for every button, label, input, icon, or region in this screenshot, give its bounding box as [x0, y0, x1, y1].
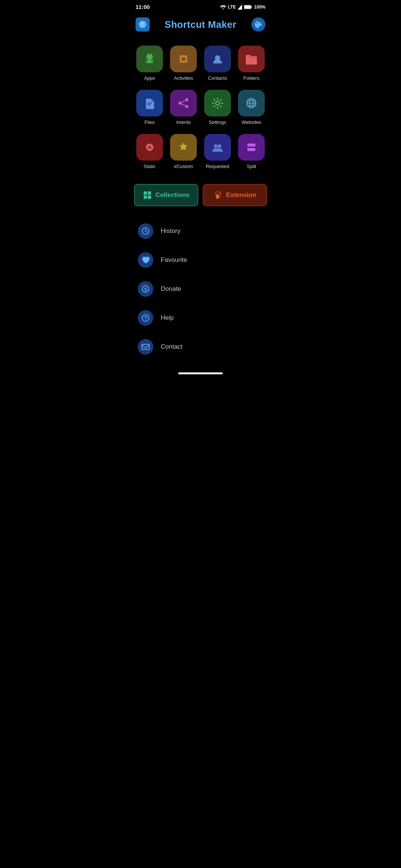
svg-line-20 — [182, 104, 185, 106]
donate-label: Donate — [161, 285, 181, 293]
collections-label: Collections — [156, 191, 190, 199]
grid-item-websites[interactable]: Websites — [236, 87, 267, 128]
mail-icon — [138, 339, 153, 355]
signal-icon — [238, 4, 242, 10]
question-icon: ? — [138, 310, 153, 326]
status-icons: LTE 100% — [220, 4, 265, 10]
wifi-icon — [220, 5, 226, 9]
menu-item-help[interactable]: ? Help — [134, 303, 267, 332]
lte-label: LTE — [228, 4, 236, 10]
contacts-label: Contacts — [208, 75, 227, 81]
dollar-icon: $ — [138, 281, 153, 297]
svg-rect-41 — [142, 344, 149, 349]
grid-item-contacts[interactable]: Contacts — [202, 43, 233, 84]
files-label: Files — [144, 119, 154, 125]
svg-marker-1 — [238, 4, 242, 10]
folders-icon-bg — [238, 46, 265, 72]
menu-item-favourite[interactable]: Favourite — [134, 246, 267, 274]
home-indicator — [128, 365, 273, 378]
svg-point-17 — [185, 98, 188, 101]
battery-icon — [244, 5, 252, 9]
svg-point-8 — [151, 60, 153, 61]
grid-item-static[interactable]: Static — [134, 131, 165, 172]
svg-rect-34 — [144, 195, 147, 199]
files-icon-bg — [136, 90, 163, 116]
split-label: Split — [247, 164, 256, 169]
heart-icon — [138, 252, 153, 268]
svg-point-16 — [179, 102, 182, 105]
svg-rect-12 — [182, 57, 185, 61]
folders-label: Folders — [244, 75, 260, 81]
page-title: Shortcut Maker — [164, 19, 236, 30]
activities-label: Activities — [174, 75, 193, 81]
grid-item-settings[interactable]: Settings — [202, 87, 233, 128]
split-icon-bg — [238, 134, 265, 161]
grid-item-files[interactable]: Files — [134, 87, 165, 128]
menu-item-history[interactable]: History — [134, 217, 267, 246]
svg-point-7 — [147, 60, 148, 61]
grid-item-apps[interactable]: Apps — [134, 43, 165, 84]
apps-label: Apps — [144, 75, 155, 81]
extension-label: Extension — [226, 191, 256, 199]
svg-text:$: $ — [144, 286, 147, 292]
grid-row-2: Files Intents Set — [134, 87, 267, 128]
grid-item-requested[interactable]: Requested — [202, 131, 233, 172]
requested-label: Requested — [206, 164, 229, 169]
alert-badge-icon[interactable] — [136, 17, 150, 32]
contacts-icon-bg — [204, 46, 231, 72]
svg-point-18 — [185, 105, 188, 108]
header: Shortcut Maker — [128, 12, 273, 39]
grid-item-activities[interactable]: Activities — [168, 43, 199, 84]
grid-item-folders[interactable]: Folders — [236, 43, 267, 84]
svg-rect-4 — [251, 6, 252, 8]
grid-item-custom[interactable]: #Custom — [168, 131, 199, 172]
grid-item-split[interactable]: Split — [236, 131, 267, 172]
grid-row-1: Apps Activities Contacts — [134, 43, 267, 84]
svg-line-19 — [182, 101, 185, 102]
custom-label: #Custom — [174, 164, 193, 169]
svg-point-27 — [146, 144, 153, 151]
svg-point-0 — [222, 8, 224, 9]
svg-rect-30 — [247, 144, 255, 147]
settings-label: Settings — [209, 119, 226, 125]
intents-label: Intents — [176, 119, 191, 125]
status-bar: 11:00 LTE 100% — [128, 0, 273, 12]
svg-text:?: ? — [144, 315, 147, 321]
static-icon-bg — [136, 134, 163, 161]
websites-icon-bg — [238, 90, 265, 116]
apps-icon-bg — [136, 46, 163, 72]
contact-label: Contact — [161, 343, 183, 351]
grid-item-intents[interactable]: Intents — [168, 87, 199, 128]
websites-label: Websites — [242, 119, 261, 125]
requested-icon-bg — [204, 134, 231, 161]
svg-point-28 — [214, 144, 218, 148]
static-label: Static — [143, 164, 156, 169]
intents-icon-bg — [170, 90, 197, 116]
history-label: History — [161, 227, 180, 235]
svg-rect-35 — [148, 195, 151, 199]
help-label: Help — [161, 314, 174, 322]
activities-icon-bg — [170, 46, 197, 72]
home-bar — [178, 372, 223, 374]
collections-button[interactable]: Collections — [134, 184, 198, 206]
svg-rect-33 — [148, 191, 151, 195]
menu-item-donate[interactable]: $ Donate — [134, 274, 267, 303]
main-grid: Apps Activities Contacts — [128, 39, 273, 172]
grid-row-3: Static #Custom Requested — [134, 131, 267, 172]
svg-point-29 — [218, 144, 221, 148]
palette-icon[interactable] — [251, 17, 265, 32]
favourite-label: Favourite — [161, 256, 187, 264]
menu-item-contact[interactable]: Contact — [134, 332, 267, 361]
svg-rect-31 — [247, 148, 255, 151]
clock-icon — [138, 223, 153, 239]
battery-percent: 100% — [254, 4, 265, 10]
collections-grid-icon — [143, 191, 152, 200]
svg-point-5 — [146, 54, 153, 59]
extension-button[interactable]: Extension — [203, 184, 267, 206]
status-time: 11:00 — [136, 4, 150, 10]
menu-list: History Favourite $ Donate ? Help — [128, 209, 273, 365]
svg-rect-3 — [244, 6, 251, 9]
svg-rect-32 — [144, 191, 147, 195]
svg-point-21 — [216, 101, 219, 105]
extension-touch-icon — [213, 191, 222, 200]
